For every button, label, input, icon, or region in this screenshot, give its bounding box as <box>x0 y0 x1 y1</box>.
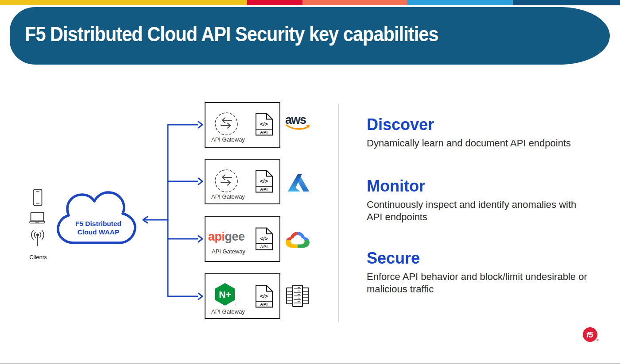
api-doc-code: </> <box>260 178 267 184</box>
aws-logo: aws <box>285 114 311 131</box>
capability-heading: Monitor <box>367 176 615 196</box>
apigee-wordmark-api: api <box>208 230 225 243</box>
api-gateway-label: API Gateway <box>211 136 245 143</box>
clients-label: Clients <box>27 254 49 261</box>
nginx-registered-mark: ® <box>235 303 236 306</box>
capability-discover: Discover Dynamically learn and document … <box>367 115 615 149</box>
api-gateway-label: API Gateway <box>211 193 245 200</box>
capability-heading: Discover <box>367 115 615 134</box>
api-document-icon: </> API <box>255 113 273 136</box>
capability-text-line: API endpoints <box>367 211 615 223</box>
azure-logo <box>287 172 310 193</box>
api-document-icon: </> API <box>255 170 273 193</box>
api-document-icon: </> API <box>255 285 273 308</box>
f5-registered-mark: ® <box>597 339 599 342</box>
api-doc-code: </> <box>260 121 267 127</box>
capability-secure: Secure Enforce API behavior and block/li… <box>367 249 615 295</box>
laptop-icon <box>29 212 45 224</box>
api-doc-label: API <box>260 302 267 307</box>
slide: F5 Distributed Cloud API Security key ca… <box>0 0 620 364</box>
waap-cloud-label-line2: Cloud WAAP <box>62 228 135 236</box>
f5-logo-text: f5 <box>586 330 594 340</box>
capability-heading: Secure <box>367 249 615 268</box>
nginx-plus-wordmark: N+ <box>219 289 231 299</box>
api-doc-label: API <box>260 130 267 134</box>
data-center-servers-icon <box>286 284 310 307</box>
waap-cloud-label-line1: F5 Distributed <box>62 219 135 228</box>
f5-logo: f5 <box>583 327 597 342</box>
antenna-icon <box>29 229 46 249</box>
api-doc-code: </> <box>260 293 267 299</box>
waap-cloud-label: F5 Distributed Cloud WAAP <box>62 219 135 236</box>
api-document-icon: </> API <box>255 227 273 250</box>
capability-monitor: Monitor Continuously inspect and identif… <box>367 176 615 223</box>
gateway-exchange-icon <box>213 168 239 194</box>
gateway-exchange-icon <box>213 111 239 137</box>
apigee-logo: apigee <box>208 230 245 244</box>
smartphone-icon <box>33 189 43 207</box>
capability-text-line: Dynamically learn and document API endpo… <box>367 137 615 149</box>
api-gateway-label: API Gateway <box>212 248 245 255</box>
api-doc-label: API <box>260 244 267 249</box>
capability-text-line: Continuously inspect and identify anomal… <box>367 199 615 211</box>
capability-text-line: malicious traffic <box>367 283 615 295</box>
api-doc-label: API <box>260 187 267 192</box>
apigee-wordmark-gee: gee <box>225 230 245 243</box>
capability-text-line: Enforce API behavior and block/limit und… <box>367 271 615 283</box>
api-gateway-label: API Gateway <box>211 308 245 315</box>
vertical-divider <box>338 103 339 322</box>
nginx-plus-logo: N+ ® <box>214 283 236 307</box>
api-doc-code: </> <box>260 236 267 242</box>
google-cloud-logo <box>285 230 310 250</box>
